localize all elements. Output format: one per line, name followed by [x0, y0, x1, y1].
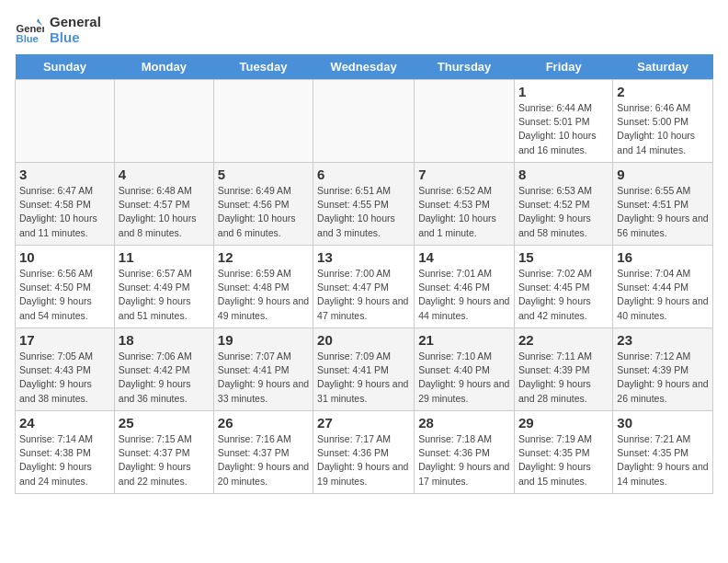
day-cell-14: 14Sunrise: 7:01 AM Sunset: 4:46 PM Dayli…	[415, 246, 515, 328]
day-number: 18	[119, 332, 210, 348]
day-info: Sunrise: 7:17 AM Sunset: 4:36 PM Dayligh…	[317, 432, 410, 488]
day-cell-1: 1Sunrise: 6:44 AM Sunset: 5:01 PM Daylig…	[514, 80, 612, 163]
day-number: 5	[218, 167, 309, 182]
day-header-saturday: Saturday	[613, 54, 713, 80]
day-info: Sunrise: 7:09 AM Sunset: 4:41 PM Dayligh…	[317, 350, 410, 406]
day-cell-5: 5Sunrise: 6:49 AM Sunset: 4:56 PM Daylig…	[213, 163, 313, 246]
day-info: Sunrise: 7:07 AM Sunset: 4:41 PM Dayligh…	[218, 350, 309, 406]
day-number: 6	[317, 167, 410, 182]
day-info: Sunrise: 6:47 AM Sunset: 4:58 PM Dayligh…	[19, 184, 110, 240]
day-cell-8: 8Sunrise: 6:53 AM Sunset: 4:52 PM Daylig…	[514, 163, 612, 246]
day-cell-24: 24Sunrise: 7:14 AM Sunset: 4:38 PM Dayli…	[16, 411, 115, 494]
empty-cell	[313, 80, 415, 163]
day-number: 25	[119, 415, 210, 431]
day-cell-7: 7Sunrise: 6:52 AM Sunset: 4:53 PM Daylig…	[415, 163, 515, 246]
day-cell-30: 30Sunrise: 7:21 AM Sunset: 4:35 PM Dayli…	[613, 411, 713, 494]
day-info: Sunrise: 6:55 AM Sunset: 4:51 PM Dayligh…	[617, 184, 709, 240]
day-number: 22	[518, 332, 609, 348]
day-info: Sunrise: 7:05 AM Sunset: 4:43 PM Dayligh…	[19, 350, 110, 406]
day-number: 4	[119, 167, 210, 182]
day-number: 26	[218, 415, 309, 431]
day-cell-23: 23Sunrise: 7:12 AM Sunset: 4:39 PM Dayli…	[613, 328, 713, 411]
day-info: Sunrise: 7:21 AM Sunset: 4:35 PM Dayligh…	[617, 432, 709, 488]
day-info: Sunrise: 7:04 AM Sunset: 4:44 PM Dayligh…	[617, 267, 709, 323]
day-info: Sunrise: 6:57 AM Sunset: 4:49 PM Dayligh…	[119, 267, 210, 323]
day-info: Sunrise: 7:12 AM Sunset: 4:39 PM Dayligh…	[617, 350, 709, 406]
day-number: 23	[617, 332, 709, 348]
day-info: Sunrise: 7:14 AM Sunset: 4:38 PM Dayligh…	[19, 432, 110, 488]
day-number: 3	[19, 167, 110, 182]
day-number: 7	[418, 167, 510, 182]
logo: General Blue General Blue	[15, 15, 101, 45]
empty-cell	[213, 80, 313, 163]
week-row-4: 17Sunrise: 7:05 AM Sunset: 4:43 PM Dayli…	[16, 328, 713, 411]
day-cell-15: 15Sunrise: 7:02 AM Sunset: 4:45 PM Dayli…	[514, 246, 612, 328]
day-info: Sunrise: 7:00 AM Sunset: 4:47 PM Dayligh…	[317, 267, 410, 323]
day-number: 24	[19, 415, 110, 431]
day-cell-2: 2Sunrise: 6:46 AM Sunset: 5:00 PM Daylig…	[613, 80, 713, 163]
day-header-wednesday: Wednesday	[313, 54, 415, 80]
day-cell-27: 27Sunrise: 7:17 AM Sunset: 4:36 PM Dayli…	[313, 411, 415, 494]
day-info: Sunrise: 6:53 AM Sunset: 4:52 PM Dayligh…	[518, 184, 609, 240]
day-number: 17	[19, 332, 110, 348]
day-info: Sunrise: 7:06 AM Sunset: 4:42 PM Dayligh…	[119, 350, 210, 406]
day-info: Sunrise: 6:44 AM Sunset: 5:01 PM Dayligh…	[518, 101, 609, 157]
day-number: 29	[518, 415, 609, 431]
day-info: Sunrise: 7:19 AM Sunset: 4:35 PM Dayligh…	[518, 432, 609, 488]
empty-cell	[114, 80, 213, 163]
day-number: 30	[617, 415, 709, 431]
day-header-friday: Friday	[514, 54, 612, 80]
day-number: 15	[518, 249, 609, 265]
week-row-5: 24Sunrise: 7:14 AM Sunset: 4:38 PM Dayli…	[16, 411, 713, 494]
day-cell-21: 21Sunrise: 7:10 AM Sunset: 4:40 PM Dayli…	[415, 328, 515, 411]
day-cell-6: 6Sunrise: 6:51 AM Sunset: 4:55 PM Daylig…	[313, 163, 415, 246]
day-info: Sunrise: 7:10 AM Sunset: 4:40 PM Dayligh…	[418, 350, 510, 406]
day-info: Sunrise: 6:52 AM Sunset: 4:53 PM Dayligh…	[418, 184, 510, 240]
logo-icon: General Blue	[15, 16, 44, 45]
day-cell-10: 10Sunrise: 6:56 AM Sunset: 4:50 PM Dayli…	[16, 246, 115, 328]
day-info: Sunrise: 7:18 AM Sunset: 4:36 PM Dayligh…	[418, 432, 510, 488]
day-info: Sunrise: 7:02 AM Sunset: 4:45 PM Dayligh…	[518, 267, 609, 323]
day-number: 21	[418, 332, 510, 348]
day-info: Sunrise: 6:48 AM Sunset: 4:57 PM Dayligh…	[119, 184, 210, 240]
day-header-monday: Monday	[114, 54, 213, 80]
day-number: 14	[418, 249, 510, 265]
day-info: Sunrise: 6:46 AM Sunset: 5:00 PM Dayligh…	[617, 101, 709, 157]
week-row-3: 10Sunrise: 6:56 AM Sunset: 4:50 PM Dayli…	[16, 246, 713, 328]
day-cell-3: 3Sunrise: 6:47 AM Sunset: 4:58 PM Daylig…	[16, 163, 115, 246]
day-header-thursday: Thursday	[415, 54, 515, 80]
day-number: 1	[518, 84, 609, 99]
day-number: 11	[119, 249, 210, 265]
empty-cell	[16, 80, 115, 163]
day-cell-22: 22Sunrise: 7:11 AM Sunset: 4:39 PM Dayli…	[514, 328, 612, 411]
day-number: 2	[617, 84, 709, 99]
day-number: 8	[518, 167, 609, 182]
day-number: 9	[617, 167, 709, 182]
day-cell-17: 17Sunrise: 7:05 AM Sunset: 4:43 PM Dayli…	[16, 328, 115, 411]
day-info: Sunrise: 7:01 AM Sunset: 4:46 PM Dayligh…	[418, 267, 510, 323]
svg-marker-3	[37, 18, 40, 21]
day-info: Sunrise: 7:11 AM Sunset: 4:39 PM Dayligh…	[518, 350, 609, 406]
day-number: 13	[317, 249, 410, 265]
day-number: 19	[218, 332, 309, 348]
days-header-row: SundayMondayTuesdayWednesdayThursdayFrid…	[16, 54, 713, 80]
day-number: 16	[617, 249, 709, 265]
header: General Blue General Blue	[15, 15, 713, 45]
day-cell-18: 18Sunrise: 7:06 AM Sunset: 4:42 PM Dayli…	[114, 328, 213, 411]
day-cell-16: 16Sunrise: 7:04 AM Sunset: 4:44 PM Dayli…	[613, 246, 713, 328]
day-cell-13: 13Sunrise: 7:00 AM Sunset: 4:47 PM Dayli…	[313, 246, 415, 328]
day-number: 20	[317, 332, 410, 348]
day-info: Sunrise: 7:15 AM Sunset: 4:37 PM Dayligh…	[119, 432, 210, 488]
day-info: Sunrise: 6:59 AM Sunset: 4:48 PM Dayligh…	[218, 267, 309, 323]
week-row-1: 1Sunrise: 6:44 AM Sunset: 5:01 PM Daylig…	[16, 80, 713, 163]
svg-text:Blue: Blue	[17, 32, 39, 43]
day-info: Sunrise: 6:51 AM Sunset: 4:55 PM Dayligh…	[317, 184, 410, 240]
day-cell-26: 26Sunrise: 7:16 AM Sunset: 4:37 PM Dayli…	[213, 411, 313, 494]
day-header-tuesday: Tuesday	[213, 54, 313, 80]
day-cell-11: 11Sunrise: 6:57 AM Sunset: 4:49 PM Dayli…	[114, 246, 213, 328]
day-info: Sunrise: 7:16 AM Sunset: 4:37 PM Dayligh…	[218, 432, 309, 488]
day-number: 27	[317, 415, 410, 431]
day-cell-28: 28Sunrise: 7:18 AM Sunset: 4:36 PM Dayli…	[415, 411, 515, 494]
day-number: 28	[418, 415, 510, 431]
day-cell-19: 19Sunrise: 7:07 AM Sunset: 4:41 PM Dayli…	[213, 328, 313, 411]
